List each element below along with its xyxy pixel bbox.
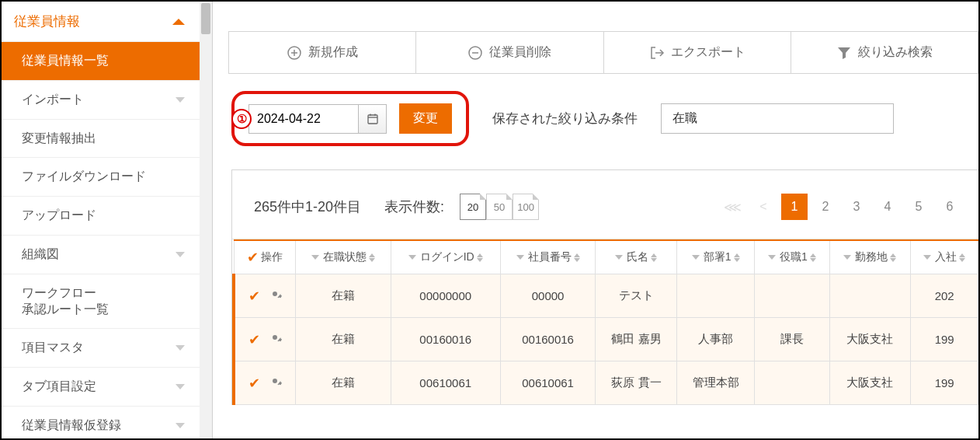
filter-icon[interactable]	[768, 255, 776, 260]
sidebar-item-label: ファイルダウンロード	[22, 169, 146, 185]
page-5[interactable]: 5	[905, 194, 932, 220]
sidebar-item-9[interactable]: 従業員情報仮登録	[2, 407, 200, 440]
filter-icon[interactable]	[311, 255, 319, 260]
sort-icon[interactable]	[890, 253, 896, 262]
gear-icon[interactable]	[268, 330, 282, 348]
pager-range: 265件中1-20件目	[254, 197, 361, 216]
page-size-100[interactable]: 100	[513, 194, 539, 220]
cell-dept	[677, 274, 755, 318]
cell-status: 在籍	[296, 318, 391, 361]
col-header-7[interactable]: 勤務地	[829, 240, 911, 274]
gear-icon[interactable]	[268, 374, 282, 392]
date-filter-row: 変更 保存された絞り込み条件 在職	[231, 91, 978, 146]
col-header-0[interactable]: ✔操作	[234, 240, 296, 274]
sort-icon[interactable]	[477, 253, 483, 262]
sidebar-item-label: 変更情報抽出	[22, 131, 96, 147]
sidebar-section-header[interactable]: 従業員情報	[2, 2, 200, 42]
main-content: 新規作成 従業員削除 エクスポート 絞り込み検索	[213, 2, 978, 438]
saved-filter-value: 在職	[672, 111, 697, 124]
filter-icon[interactable]	[923, 255, 931, 260]
page-size-20[interactable]: 20	[460, 194, 486, 220]
calendar-button[interactable]	[358, 105, 386, 133]
export-button[interactable]: エクスポート	[604, 32, 791, 74]
sort-icon[interactable]	[734, 253, 740, 262]
row-checkbox[interactable]: ✔	[248, 288, 260, 305]
cell-hire: 199	[911, 361, 978, 405]
page-size-50[interactable]: 50	[486, 194, 513, 220]
col-label: 役職1	[780, 250, 808, 264]
table-row: ✔在籍0061006100610061荻原 貫一管理本部大阪支社199	[234, 361, 978, 405]
cell-pos	[754, 361, 829, 405]
minus-circle-icon	[467, 45, 483, 61]
row-checkbox[interactable]: ✔	[248, 375, 260, 392]
saved-filter-label: 保存された絞り込み条件	[492, 110, 638, 127]
export-icon	[649, 45, 665, 61]
chevron-down-icon	[175, 423, 185, 428]
new-button[interactable]: 新規作成	[229, 32, 416, 74]
sidebar-item-0[interactable]: 従業員情報一覧	[2, 42, 200, 81]
chevron-down-icon	[175, 384, 185, 389]
col-header-2[interactable]: ログインID	[391, 240, 500, 274]
sidebar-item-2[interactable]: 変更情報抽出	[2, 120, 200, 159]
sort-icon[interactable]	[574, 253, 580, 262]
sidebar-item-1[interactable]: インポート	[2, 81, 200, 120]
cell-loc: 大阪支社	[829, 318, 911, 361]
sidebar-item-8[interactable]: タブ項目設定	[2, 368, 200, 407]
page-1[interactable]: 1	[781, 194, 808, 220]
row-actions-cell: ✔	[234, 361, 296, 405]
change-button[interactable]: 変更	[399, 103, 452, 134]
saved-filter-select[interactable]: 在職	[661, 103, 894, 134]
filter-icon[interactable]	[615, 255, 623, 260]
page-4[interactable]: 4	[874, 194, 901, 220]
sidebar-item-6[interactable]: ワークフロー 承認ルート一覧	[2, 274, 200, 330]
page-6[interactable]: 6	[937, 194, 963, 220]
cell-hire: 202	[911, 274, 978, 318]
filter-icon[interactable]	[843, 255, 851, 260]
sort-icon[interactable]	[959, 253, 965, 262]
pager-nav: ⋘ < 123456	[719, 194, 963, 220]
filter-icon[interactable]	[408, 255, 416, 260]
select-all-checkbox[interactable]: ✔	[247, 249, 259, 266]
funnel-icon	[836, 45, 852, 61]
col-header-6[interactable]: 役職1	[754, 240, 829, 274]
filter-search-button[interactable]: 絞り込み検索	[791, 32, 978, 74]
sidebar-item-3[interactable]: ファイルダウンロード	[2, 158, 200, 197]
col-header-3[interactable]: 社員番号	[500, 240, 596, 274]
col-header-1[interactable]: 在職状態	[296, 240, 391, 274]
annotation-badge-1: ①	[231, 109, 252, 129]
col-header-4[interactable]: 氏名	[596, 240, 677, 274]
delete-button[interactable]: 従業員削除	[416, 32, 603, 74]
sidebar-item-4[interactable]: アップロード	[2, 197, 200, 236]
scrollbar-thumb[interactable]	[201, 3, 210, 34]
page-2[interactable]: 2	[812, 194, 839, 220]
page-first[interactable]: ⋘	[719, 194, 745, 220]
filter-icon[interactable]	[516, 255, 524, 260]
sidebar-item-5[interactable]: 組織図	[2, 236, 200, 274]
svg-rect-5	[368, 115, 377, 124]
page-prev[interactable]: <	[750, 194, 777, 220]
content-panel: 265件中1-20件目 表示件数: 2050100 ⋘ < 123456 ✔操作…	[231, 169, 978, 405]
sidebar-item-label: ワークフロー 承認ルート一覧	[22, 285, 109, 318]
col-label: 社員番号	[528, 250, 572, 264]
col-label: 在職状態	[323, 250, 367, 264]
sidebar-scrollbar[interactable]	[200, 2, 212, 438]
cell-pos	[754, 274, 829, 318]
col-header-5[interactable]: 部署1	[677, 240, 755, 274]
sidebar-item-7[interactable]: 項目マスタ	[2, 329, 200, 368]
cell-dept: 人事部	[677, 318, 755, 361]
export-button-label: エクスポート	[671, 44, 745, 61]
page-3[interactable]: 3	[843, 194, 870, 220]
sort-icon[interactable]	[651, 253, 657, 262]
date-input[interactable]	[249, 105, 358, 133]
filter-icon[interactable]	[692, 255, 700, 260]
col-header-8[interactable]: 入社	[911, 240, 978, 274]
col-label: 入社	[935, 250, 957, 264]
sort-icon[interactable]	[369, 253, 375, 262]
sidebar-item-label: タブ項目設定	[22, 379, 96, 395]
cell-empno: 00610061	[500, 361, 596, 405]
sort-icon[interactable]	[810, 253, 816, 262]
cell-hire: 199	[911, 318, 978, 361]
gear-icon[interactable]	[268, 287, 282, 305]
row-checkbox[interactable]: ✔	[248, 331, 260, 348]
plus-circle-icon	[287, 45, 302, 61]
